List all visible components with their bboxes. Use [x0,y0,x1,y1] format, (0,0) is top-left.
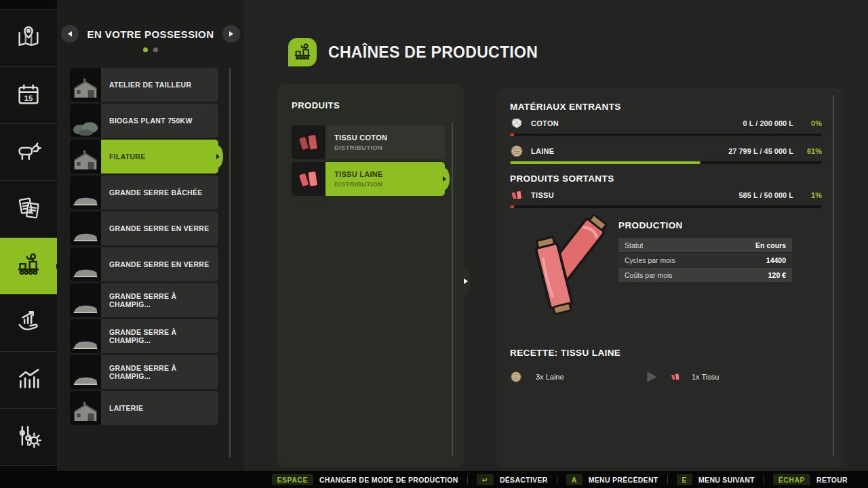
possession-header: EN VOTRE POSSESSION [57,25,244,43]
material-progress-bar [510,205,822,208]
material: TISSU 585 L / 50 000 L 1% [510,185,822,208]
list-item-label: GRANDE SERRE À CHAMPIG... [109,364,218,380]
recipe-row: 3x Laine 1x Tissu [510,369,822,384]
list-item[interactable]: LAITERIE [70,391,218,425]
list-item-label: FILATURE [109,152,146,161]
list-item[interactable]: GRANDE SERRE À CHAMPIG... [70,355,218,389]
material-name: TISSU [531,191,554,199]
calendar-icon: 15 [15,81,42,110]
production-details-panel: MATÉRIAUX ENTRANTS COTON 0 L / 200 000 L… [496,88,844,468]
product-mode: DISTRIBUTION [334,180,445,188]
production-table-row: Cycles par mois 14400 [618,253,792,267]
product-name: TISSU LAINE [334,170,445,178]
recipe-arrow-icon [644,369,659,384]
page-dots [57,47,244,52]
tab-contracts[interactable] [0,180,57,238]
material-percent: 1% [793,191,822,199]
tab-statistics[interactable] [0,351,57,409]
material-row[interactable]: TISSU 585 L / 50 000 L 1% [510,185,822,205]
material-percent: 61% [793,147,822,155]
material-progress-bar [510,134,822,136]
possession-scrollbar[interactable] [229,68,231,458]
building-thumbnail [70,140,101,174]
row-label: Cycles par mois [625,256,675,264]
recipe-output-label: 1x Tissu [692,373,719,381]
shortcut-label: RETOUR [816,476,848,484]
sliders-gear-icon [15,422,42,452]
list-item-label: GRANDE SERRE BÂCHÉE [109,188,203,197]
products-scrollbar[interactable] [452,123,453,456]
building-thumbnail [70,104,101,138]
building-thumbnail [70,176,101,209]
list-item[interactable]: GRANDE SERRE À CHAMPIG... [70,283,218,317]
progress-empty-tick [510,134,514,136]
list-item-label: GRANDE SERRE À CHAMPIG... [109,328,218,344]
shortcut-divider [467,475,468,484]
svg-text:15: 15 [24,93,33,102]
product-item[interactable]: TISSU LAINE DISTRIBUTION [292,162,445,196]
papers-icon [15,195,42,224]
material-progress-bar [510,161,822,164]
list-item[interactable]: FILATURE [70,140,218,174]
shortcut-label: MENU PRÉCÉDENT [589,476,658,484]
row-value: En cours [755,241,786,249]
list-item[interactable]: GRANDE SERRE EN VERRE [70,247,218,281]
building-thumbnail [70,283,101,317]
product-mode: DISTRIBUTION [334,144,445,151]
product-image [518,215,618,317]
tab-settings[interactable] [0,408,57,466]
row-value: 14400 [766,256,786,264]
row-label: Statut [625,241,643,249]
products-panel-title: PRODUITS [292,100,340,110]
cotton-icon [510,117,524,130]
recipe-input-label: 3x Laine [536,373,616,381]
list-item[interactable]: GRANDE SERRE BÂCHÉE [70,176,218,209]
shortcut-bar: ESPACECHANGER DE MODE DE PRODUCTION↵DÉSA… [0,471,868,488]
production-chains-badge-icon [288,38,317,66]
shortcut-divider [667,475,668,484]
left-arrow-icon [68,31,72,37]
fabric-icon [292,162,326,196]
material-percent: 0% [793,119,822,127]
tab-calendar[interactable]: 15 [0,66,57,124]
material-amount: 585 L / 50 000 L [738,191,793,199]
inputs-list: COTON 0 L / 200 000 L 0% LAINE 27 799 L … [510,113,822,164]
tab-production-chains[interactable] [0,237,57,295]
products-panel: PRODUITS TISSU COTON DISTRIBUTION TISSU … [277,84,464,468]
tab-animals[interactable] [0,123,57,181]
selected-item-arrow-icon [443,176,446,182]
prev-category-button[interactable] [61,25,79,43]
material-row[interactable]: COTON 0 L / 200 000 L 0% [510,113,822,134]
wool-icon [510,144,524,158]
list-item[interactable]: GRANDE SERRE À CHAMPIG... [70,319,218,353]
page-dot[interactable] [153,47,158,52]
page-title: CHAÎNES DE PRODUCTION [328,43,538,62]
recipe-section-title: RECETTE: TISSU LAINE [510,348,822,358]
page-dot-active[interactable] [143,47,148,52]
list-item-label: GRANDE SERRE EN VERRE [109,260,210,268]
products-list: TISSU COTON DISTRIBUTION TISSU LAINE DIS… [292,125,445,196]
row-value: 120 € [768,271,786,279]
expand-panel-button[interactable] [458,267,470,296]
tab-map[interactable] [0,9,57,67]
key-badge: ÉCHAP [773,474,810,485]
possession-title: EN VOTRE POSSESSION [87,28,214,40]
list-item[interactable]: GRANDE SERRE EN VERRE [70,211,218,245]
production-section-title: PRODUCTION [618,220,822,230]
product-item[interactable]: TISSU COTON DISTRIBUTION [292,125,445,159]
production-chains-screen: 15 EN VOTRE POSSESSION [0,0,868,488]
details-scrollbar[interactable] [833,95,834,455]
key-badge: A [566,474,583,485]
material-name: COTON [531,119,559,127]
product-name: TISSU COTON [334,134,445,142]
tab-finances[interactable] [0,294,57,352]
next-category-button[interactable] [222,25,240,43]
list-item-label: GRANDE SERRE À CHAMPIG... [109,292,218,308]
fabric-icon [510,188,524,202]
key-badge: ↵ [477,474,494,485]
material-row[interactable]: LAINE 27 799 L / 45 000 L 61% [510,141,822,161]
list-item[interactable]: ATELIER DE TAILLEUR [70,68,218,102]
page-header: CHAÎNES DE PRODUCTION [288,38,538,66]
building-thumbnail [70,391,101,425]
list-item[interactable]: BIOGAS PLANT 750KW [70,104,218,138]
